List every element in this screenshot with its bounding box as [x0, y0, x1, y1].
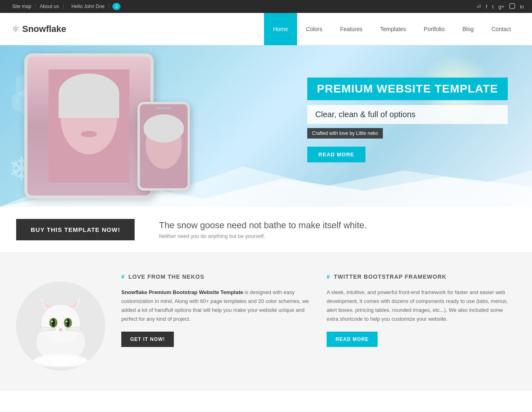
google-plus-icon[interactable]: g+ [498, 4, 505, 10]
phone-screen [140, 104, 188, 188]
feature-1-title: # LOVE FROM THE NEKOS [121, 273, 310, 280]
hero-title-badge: PREMIUM WEBSITE TEMPLATE [307, 78, 508, 100]
svg-point-24 [51, 321, 53, 322]
snowflake-icon: ✻ [12, 24, 19, 34]
svg-point-15 [41, 305, 80, 343]
notification-badge[interactable]: 3 [112, 3, 120, 10]
logo[interactable]: ✻ Snowflake [12, 24, 66, 34]
twitter-icon[interactable]: t [492, 4, 494, 10]
sitemap-link[interactable]: Site map [8, 4, 36, 9]
logo-text: Snowflake [22, 24, 66, 34]
hero-subtitle: Clear, clean & full of options [307, 105, 508, 124]
cta-headline: The snow goose need not bathe to make it… [159, 220, 367, 231]
cat-image [16, 282, 105, 370]
svg-point-22 [52, 319, 55, 327]
feature-col-2: # TWITTER BOOTSTRAP FRAMEWORK A sleek, i… [327, 273, 516, 347]
topbar-left: Site map About us Hello John Doe 3 [8, 3, 125, 10]
svg-point-12 [144, 114, 184, 143]
svg-point-34 [28, 357, 93, 367]
feature-col-1: # LOVE FROM THE NEKOS Snowflake Premium … [121, 273, 310, 347]
hero-title: PREMIUM WEBSITE TEMPLATE [307, 78, 508, 105]
tablet-screen [27, 57, 150, 195]
features-section: # LOVE FROM THE NEKOS Snowflake Premium … [0, 253, 532, 391]
about-link[interactable]: About us [36, 4, 63, 9]
hash-icon-1: # [121, 273, 125, 280]
nav-home[interactable]: Home [264, 13, 297, 45]
instagram-icon[interactable] [509, 3, 515, 10]
nav-features[interactable]: Features [331, 13, 371, 45]
facebook-icon[interactable]: f [486, 4, 488, 10]
topbar-right: ⏎ f t g+ in [477, 3, 524, 10]
svg-point-25 [66, 321, 68, 322]
cta-text: The snow goose need not bathe to make it… [159, 220, 367, 239]
features-content: # LOVE FROM THE NEKOS Snowflake Premium … [121, 273, 516, 347]
cta-bar: BUY THIS TEMPLATE NOW! The snow goose ne… [0, 207, 532, 253]
hero-section: ❄ ❄ [0, 45, 532, 207]
header: ✻ Snowflake Home Colors Features Templat… [0, 13, 532, 45]
svg-point-23 [66, 319, 70, 327]
buy-template-button[interactable]: BUY THIS TEMPLATE NOW! [16, 219, 135, 240]
hero-content: PREMIUM WEBSITE TEMPLATE Clear, clean & … [307, 78, 508, 162]
device-mockups [24, 53, 190, 199]
main-nav: Home Colors Features Templates Portfolio… [264, 13, 520, 45]
linkedin-icon[interactable]: in [520, 4, 524, 10]
hero-read-more-button[interactable]: READ MORE [307, 147, 365, 162]
rss-icon[interactable]: ⏎ [477, 4, 481, 10]
nav-colors[interactable]: Colors [297, 13, 331, 45]
feature-2-body: A sleek, intuitive, and powerful front-e… [327, 288, 516, 324]
hash-icon-2: # [327, 273, 330, 280]
svg-point-6 [81, 131, 97, 137]
user-greeting: Hello John Doe 3 [63, 3, 125, 10]
svg-rect-8 [59, 94, 119, 118]
nav-templates[interactable]: Templates [372, 13, 415, 45]
nav-contact[interactable]: Contact [483, 13, 520, 45]
nav-portfolio[interactable]: Portfolio [415, 13, 453, 45]
cta-subline: Neither need you do anything but be your… [159, 233, 367, 239]
topbar: Site map About us Hello John Doe 3 ⏎ f t… [0, 0, 532, 13]
hero-credit: Crafted with love by Little neko [307, 128, 383, 139]
tablet-mockup [24, 53, 154, 199]
get-it-now-button[interactable]: GET IT NOW! [121, 332, 174, 347]
phone-mockup [137, 102, 190, 191]
nav-blog[interactable]: Blog [454, 13, 483, 45]
svg-rect-10 [156, 107, 171, 109]
feature-1-body: Snowflake Premium Bootstrap Website Temp… [121, 288, 310, 324]
feature-2-title: # TWITTER BOOTSTRAP FRAMEWORK [327, 273, 516, 280]
feature-read-more-button[interactable]: READ MORE [327, 332, 378, 347]
